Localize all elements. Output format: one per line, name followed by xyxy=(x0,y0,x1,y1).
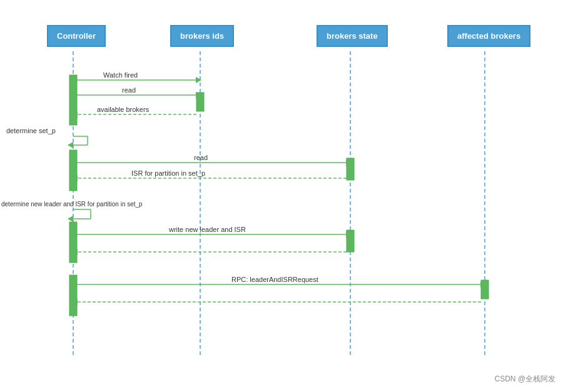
arrows-svg: Watch fired read available brokers deter… xyxy=(0,0,563,392)
svg-text:determine set_p: determine set_p xyxy=(6,127,56,134)
sequence-diagram: Watch fired read available brokers deter… xyxy=(0,0,563,392)
svg-rect-4 xyxy=(69,75,77,125)
svg-rect-7 xyxy=(347,158,354,180)
svg-marker-46 xyxy=(72,299,78,305)
watermark: CSDN @全栈阿发 xyxy=(494,374,555,384)
svg-rect-11 xyxy=(481,280,489,299)
svg-text:read: read xyxy=(194,154,208,161)
svg-marker-36 xyxy=(68,216,73,222)
svg-rect-10 xyxy=(69,275,77,316)
svg-text:write new leader and ISR: write new leader and ISR xyxy=(168,226,246,233)
svg-text:determine new leader and ISR f: determine new leader and ISR for partiti… xyxy=(1,201,143,208)
svg-text:ISR for partition in set_p: ISR for partition in set_p xyxy=(131,169,205,177)
actor-brokers-state: brokers state xyxy=(317,25,388,47)
svg-marker-41 xyxy=(72,249,78,255)
svg-marker-43 xyxy=(480,281,486,288)
svg-text:read: read xyxy=(122,86,136,94)
svg-rect-9 xyxy=(347,230,354,252)
actor-affected-brokers: affected brokers xyxy=(447,25,530,47)
actor-brokers-ids: brokers ids xyxy=(170,25,234,47)
svg-text:available brokers: available brokers xyxy=(97,106,150,113)
svg-text:Watch fired: Watch fired xyxy=(103,71,138,79)
svg-marker-38 xyxy=(346,231,352,238)
svg-marker-27 xyxy=(346,159,352,166)
svg-rect-8 xyxy=(69,222,77,263)
svg-rect-6 xyxy=(69,150,77,191)
svg-text:RPC: leaderAndISRRequest: RPC: leaderAndISRRequest xyxy=(231,276,318,283)
svg-marker-25 xyxy=(68,142,73,148)
svg-marker-30 xyxy=(72,175,78,181)
svg-rect-5 xyxy=(196,93,204,111)
svg-marker-19 xyxy=(72,111,78,118)
actor-controller: Controller xyxy=(47,25,106,47)
svg-marker-13 xyxy=(196,77,201,83)
svg-marker-16 xyxy=(196,92,201,98)
